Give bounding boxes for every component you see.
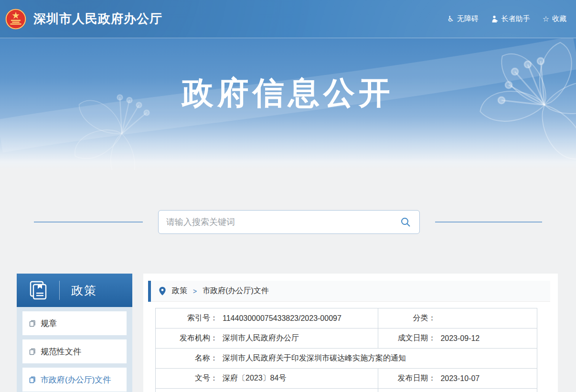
index-number-cell: 索引号： 114403000075433823/2023-00097 [156, 308, 378, 328]
search-button[interactable] [399, 216, 412, 228]
accessibility-link[interactable]: ♿ 无障碍 [447, 14, 478, 23]
site-title: 深圳市人民政府办公厅 [33, 11, 162, 27]
breadcrumb-current[interactable]: 市政府(办公厅)文件 [203, 286, 269, 296]
table-row-partial [156, 389, 537, 392]
document-icon [29, 376, 36, 383]
category-cell: 分类： [378, 308, 537, 328]
left-decorative-line [34, 222, 143, 222]
document-number-value: 深府〔2023〕84号 [223, 373, 286, 383]
sidebar-item-regulations[interactable]: 规章 [22, 311, 127, 335]
search-icon [400, 216, 411, 228]
table-row: 索引号： 114403000075433823/2023-00097 分类： [156, 308, 537, 328]
content-area: 政策 规章 规范性文件 [0, 170, 576, 392]
elder-helper-icon [491, 15, 499, 23]
table-row: 名称： 深圳市人民政府关于印发深圳市碳达峰实施方案的通知 [156, 349, 537, 369]
issuing-agency-cell: 发布机构： 深圳市人民政府办公厅 [156, 328, 378, 348]
document-name-label: 名称： [156, 353, 218, 363]
document-info-table: 索引号： 114403000075433823/2023-00097 分类： 发… [155, 308, 537, 392]
elder-helper-link[interactable]: 长者助手 [491, 14, 530, 23]
elder-helper-label: 长者助手 [501, 14, 530, 23]
document-icon [29, 348, 36, 355]
sidebar-header-divider [59, 281, 60, 300]
favorite-label: 收藏 [552, 14, 566, 23]
table-row: 发布机构： 深圳市人民政府办公厅 成文日期： 2023-09-12 [156, 328, 537, 349]
sidebar-item-normative-documents[interactable]: 规范性文件 [22, 339, 127, 363]
search-section [0, 170, 576, 234]
favorite-link[interactable]: ☆ 收藏 [543, 14, 566, 23]
topbar-links: ♿ 无障碍 长者助手 ☆ 收藏 [447, 14, 566, 23]
hero-banner: 政府信息公开 [0, 38, 576, 170]
document-name-cell: 名称： 深圳市人民政府关于印发深圳市碳达峰实施方案的通知 [156, 349, 537, 368]
publish-date-value: 2023-10-07 [440, 374, 480, 383]
breadcrumb-root[interactable]: 政策 [172, 286, 187, 296]
sidebar-menu: 规章 规范性文件 市政府(办公厅)文件 [17, 307, 132, 392]
search-input[interactable] [166, 217, 399, 227]
sidebar-item-label: 规范性文件 [41, 346, 81, 357]
location-pin-icon [159, 286, 166, 296]
document-number-label: 文号： [156, 373, 218, 383]
main-row: 政策 规章 规范性文件 [0, 274, 576, 392]
issuing-agency-label: 发布机构： [156, 333, 218, 343]
category-label: 分类： [378, 313, 436, 323]
written-date-label: 成文日期： [378, 333, 436, 343]
document-panel: 政策 > 市政府(办公厅)文件 索引号： 114403000075433823/… [143, 274, 558, 392]
national-emblem-logo [5, 8, 27, 30]
sidebar-item-municipal-documents[interactable]: 市政府(办公厅)文件 [22, 368, 127, 392]
written-date-cell: 成文日期： 2023-09-12 [378, 328, 537, 348]
right-decorative-line [435, 222, 542, 222]
publish-date-cell: 发布日期： 2023-10-07 [378, 369, 537, 388]
document-icon [29, 319, 36, 327]
accessibility-icon: ♿ [447, 15, 454, 23]
breadcrumb-separator: > [193, 287, 197, 295]
breadcrumb: 政策 > 市政府(办公厅)文件 [148, 281, 550, 302]
search-box [158, 210, 420, 234]
index-number-value: 114403000075433823/2023-00097 [223, 314, 341, 323]
document-number-cell: 文号： 深府〔2023〕84号 [156, 369, 378, 388]
page: 深圳市人民政府办公厅 ♿ 无障碍 长者助手 ☆ 收藏 [0, 0, 576, 392]
sidebar-item-label: 规章 [41, 318, 57, 329]
sidebar-title: 政策 [71, 283, 97, 298]
publish-date-label: 发布日期： [378, 373, 436, 383]
accessibility-label: 无障碍 [457, 14, 479, 23]
site-brand: 深圳市人民政府办公厅 [5, 8, 162, 30]
policy-book-icon [28, 280, 49, 301]
star-icon: ☆ [543, 15, 549, 23]
breadcrumb-accent-bar [148, 281, 151, 302]
sidebar-header: 政策 [17, 274, 132, 307]
issuing-agency-value: 深圳市人民政府办公厅 [223, 333, 299, 343]
sidebar-item-label: 市政府(办公厅)文件 [41, 374, 111, 385]
page-title: 政府信息公开 [0, 38, 576, 115]
index-number-label: 索引号： [156, 313, 218, 323]
document-name-value: 深圳市人民政府关于印发深圳市碳达峰实施方案的通知 [223, 353, 406, 363]
sidebar: 政策 规章 规范性文件 [17, 274, 132, 392]
written-date-value: 2023-09-12 [440, 334, 480, 343]
topbar: 深圳市人民政府办公厅 ♿ 无障碍 长者助手 ☆ 收藏 [0, 0, 576, 38]
table-row: 文号： 深府〔2023〕84号 发布日期： 2023-10-07 [156, 369, 537, 389]
